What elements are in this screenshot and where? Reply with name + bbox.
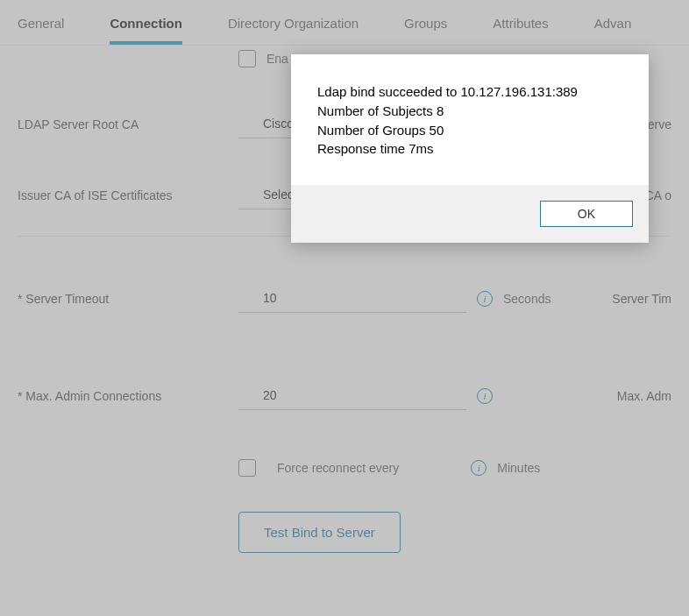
modal-line-response-time: Response time 7ms (317, 139, 622, 159)
modal-body: Ldap bind succeeded to 10.127.196.131:38… (291, 54, 649, 185)
ok-button[interactable]: OK (540, 201, 633, 227)
result-modal: Ldap bind succeeded to 10.127.196.131:38… (291, 54, 649, 243)
modal-footer: OK (291, 185, 649, 243)
modal-line-groups: Number of Groups 50 (317, 121, 622, 140)
modal-line-subjects: Number of Subjects 8 (317, 102, 622, 121)
modal-line-bind-result: Ldap bind succeeded to 10.127.196.131:38… (317, 82, 622, 102)
